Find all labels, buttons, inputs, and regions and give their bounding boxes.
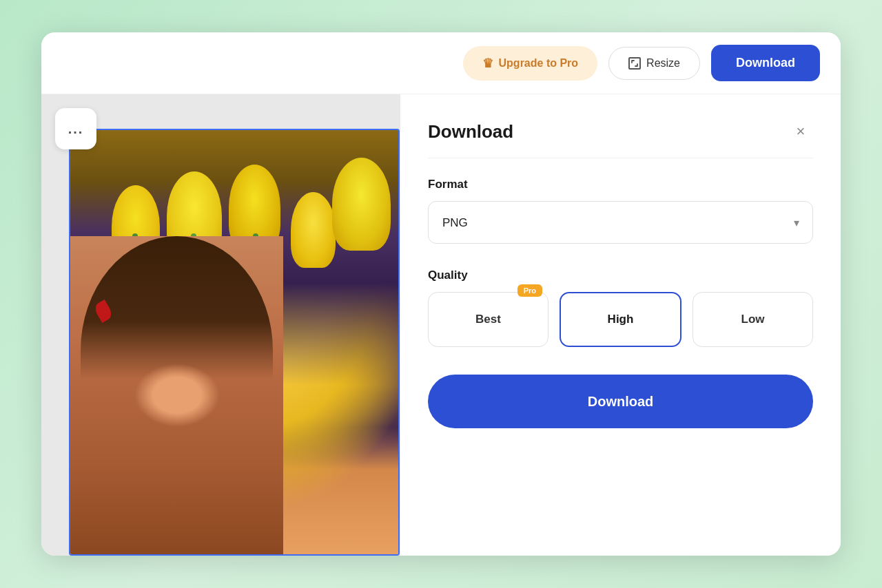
- download-header-button[interactable]: Download: [711, 45, 820, 81]
- hair: [81, 236, 272, 379]
- canvas-area: ...: [41, 94, 841, 556]
- image-preview: [69, 129, 400, 556]
- top-bar: ♛ Upgrade to Pro Resize Download: [41, 32, 841, 94]
- upgrade-label: Upgrade to Pro: [499, 57, 579, 70]
- download-header-label: Download: [736, 56, 795, 70]
- tulip-4: [291, 192, 336, 268]
- quality-option-high[interactable]: High: [560, 292, 681, 347]
- format-section: Format PNG JPG WEBP SVG ▾: [428, 178, 813, 244]
- quality-option-best[interactable]: Pro Best: [428, 292, 548, 347]
- more-dots: ...: [68, 121, 84, 137]
- quality-low-label: Low: [741, 313, 765, 326]
- format-select-wrapper: PNG JPG WEBP SVG ▾: [428, 201, 813, 244]
- quality-best-label: Best: [475, 313, 501, 326]
- download-action-button[interactable]: Download: [428, 375, 813, 428]
- upgrade-to-pro-button[interactable]: ♛ Upgrade to Pro: [463, 46, 598, 81]
- resize-icon: [628, 57, 641, 70]
- quality-section: Quality Pro Best High Low: [428, 269, 813, 347]
- cheeks: [134, 364, 220, 427]
- child-face-area: [70, 236, 283, 554]
- pro-badge: Pro: [517, 284, 542, 297]
- download-panel: Download × Format PNG JPG WEBP SVG ▾: [400, 94, 841, 556]
- crown-icon: ♛: [482, 56, 493, 71]
- quality-high-label: High: [608, 313, 634, 326]
- image-background: [70, 130, 398, 554]
- resize-label: Resize: [646, 57, 680, 70]
- app-container: ♛ Upgrade to Pro Resize Download ...: [41, 32, 841, 556]
- panel-header: Download ×: [428, 119, 813, 158]
- format-label: Format: [428, 178, 813, 191]
- quality-option-low[interactable]: Low: [693, 292, 813, 347]
- tulip-5: [332, 158, 391, 251]
- resize-button[interactable]: Resize: [608, 47, 700, 80]
- more-options-button[interactable]: ...: [55, 108, 96, 149]
- quality-options: Pro Best High Low: [428, 292, 813, 347]
- download-action-label: Download: [588, 394, 654, 409]
- quality-label: Quality: [428, 269, 813, 282]
- panel-title: Download: [428, 121, 513, 143]
- format-select[interactable]: PNG JPG WEBP SVG: [428, 201, 813, 244]
- svg-rect-0: [629, 58, 640, 69]
- close-icon: ×: [797, 123, 806, 140]
- close-button[interactable]: ×: [788, 119, 813, 144]
